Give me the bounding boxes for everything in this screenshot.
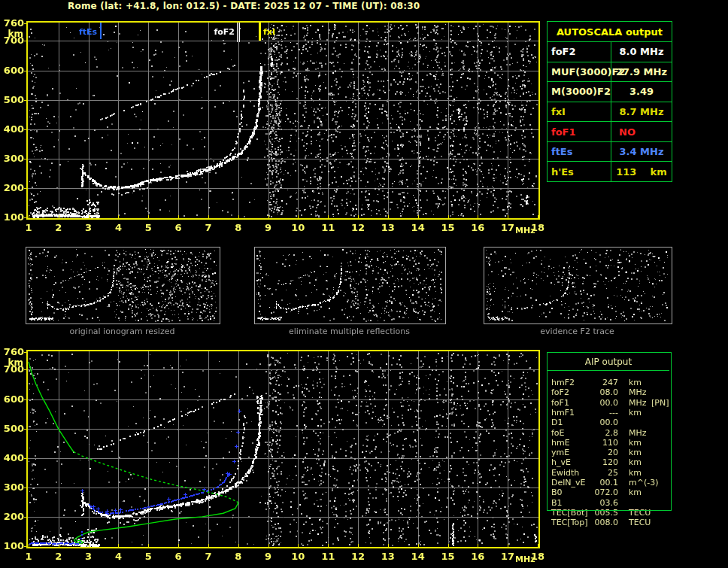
autoscala-row-value: 113 km [611,162,672,181]
x-axis-tick-label: 2 [55,223,62,233]
x-axis-tick-label: 9 [265,223,271,233]
aip-val: 25 [588,468,618,478]
aip-unit: TECU [629,518,651,527]
x-axis-unit-label: MHz [515,554,535,564]
thumbnail-eliminate-reflections [254,247,446,324]
aip-unit: km [629,378,642,387]
aip-row-hme: hmE110km [548,438,669,448]
x-axis-tick-label: 13 [381,551,395,562]
x-axis-tick-label: 5 [145,223,152,233]
autoscala-row-fof1: foF1NO [548,121,672,141]
thumbnail-original-ionogram [26,247,220,324]
aip-val: 247 [588,378,618,387]
aip-label: hmF1 [551,408,575,418]
aip-unit: m^(-3) [629,478,658,488]
y-axis-unit-label: km [0,29,23,39]
aip-label: DelN_vE [551,478,585,488]
aip-val: 08.0 [588,387,618,397]
x-axis-tick-label: 6 [175,223,182,233]
aip-row-hmf2: hmF2247km [548,378,669,387]
autoscala-window: Rome (lat: +41.8, lon: 012.5) - DATE: 20… [0,0,728,568]
autoscala-row-label: MUF(3000)F2 [548,62,611,82]
y-axis-tick-label: 500 [0,95,24,105]
x-axis-tick-label: 4 [115,551,122,562]
x-axis-tick-label: 11 [321,551,335,562]
autoscala-row-value: NO [611,122,672,141]
y-axis-tick-label: 760 [0,347,24,357]
x-axis-tick-label: 3 [85,551,92,562]
aip-row-tectop: TEC[Top]008.0TECU [548,518,669,527]
y-axis-tick-label: 700 [0,364,24,375]
y-axis-tick-label: 100 [0,212,24,223]
aip-row-ewidth: Ewidth25km [548,468,669,478]
autoscala-row-value: 27.9 MHz [611,62,672,82]
aip-val: 110 [588,438,618,448]
thumbnail-eliminate-canvas [255,248,444,322]
aip-unit: MHz [629,398,647,408]
y-axis-tick-label: 500 [0,424,24,434]
ionogram-top-canvas [23,18,544,223]
x-axis-tick-label: 13 [381,223,395,233]
x-axis-tick-label: 5 [145,551,152,562]
y-axis-tick-label: 600 [0,65,24,76]
autoscala-row-ftes: ftEs3.4 MHz [548,141,672,162]
ionogram-bottom-canvas [23,347,544,552]
aip-unit: km [629,438,642,448]
autoscala-row-fof2: foF28.0 MHz [548,41,672,62]
y-axis-tick-label: 400 [0,453,24,463]
aip-row-hmf1: hmF1---km [548,408,669,418]
autoscala-row-value: 3.49 [611,82,672,102]
aip-unit: MHz [629,387,647,397]
x-axis-tick-label: 7 [205,551,211,562]
aip-unit: km [629,457,642,467]
autoscala-output-table: AUTOSCALA output foF28.0 MHzMUF(3000)F22… [547,21,672,182]
y-axis-tick-label: 200 [0,512,24,522]
autoscala-row-label: fxI [548,102,611,122]
x-axis-tick-label: 17 [501,551,514,562]
aip-label: B0 [551,488,563,497]
thumbnail-evidence-canvas [484,248,670,322]
autoscala-row-fxi: fxI8.7 MHz [548,102,672,122]
autoscala-row-value: 8.7 MHz [611,102,672,122]
autoscala-row-value: 8.0 MHz [611,42,672,62]
thumbnail-evidence-f2 [484,247,672,324]
aip-label: TEC[Top] [551,518,588,527]
aip-val: --- [588,408,618,418]
autoscala-row-hes: h'Es113 km [548,161,672,181]
aip-label: hmE [551,438,570,448]
aip-label: foF1 [551,398,569,408]
x-axis-tick-label: 15 [441,551,454,562]
y-axis-tick-label: 300 [0,153,24,164]
aip-row-yme: ymE20km [548,448,669,457]
aip-label: TEC[Bot] [551,508,588,518]
x-axis-tick-label: 18 [531,551,544,562]
x-axis-tick-label: 8 [235,551,241,562]
y-axis-tick-label: 400 [0,124,24,135]
aip-row-b0: B0072.0km [548,488,669,497]
x-axis-tick-label: 12 [351,223,365,233]
thumbnail-original-canvas [26,248,218,322]
aip-unit: km [629,468,642,478]
aip-note: [PN] [651,398,669,408]
x-axis-tick-label: 12 [351,551,365,562]
aip-row-b1: B103.6 [548,498,669,508]
x-axis-tick-label: 10 [291,551,305,562]
aip-val: 005.5 [588,508,618,518]
x-axis-tick-label: 10 [291,223,305,233]
aip-unit: km [629,448,642,457]
autoscala-row-label: foF1 [548,122,611,141]
x-axis-tick-label: 8 [235,223,241,233]
autoscala-row-value: 3.4 MHz [611,142,672,162]
autoscala-row-label: foF2 [548,42,611,62]
aip-label: B1 [551,498,563,508]
aip-row-fof1: foF100.0MHz[PN] [548,398,669,408]
aip-val: 00.0 [588,398,618,408]
aip-val: 03.6 [588,498,618,508]
x-axis-tick-label: 1 [25,551,32,562]
x-axis-tick-label: 1 [25,223,32,233]
y-axis-tick-label: 300 [0,482,24,493]
aip-row-d1: D100.0 [548,418,669,427]
aip-row-tecbot: TEC[Bot]005.5TECU [548,508,669,518]
aip-unit: km [629,488,642,497]
aip-val: 008.0 [588,518,618,527]
